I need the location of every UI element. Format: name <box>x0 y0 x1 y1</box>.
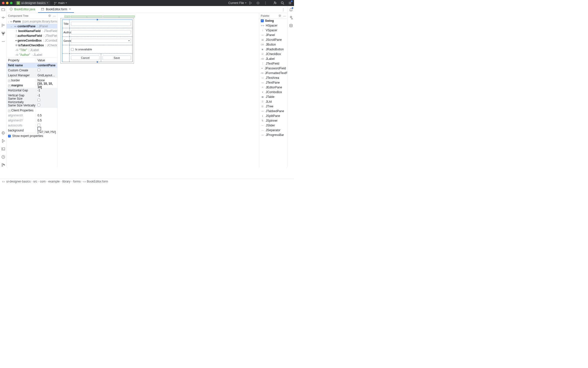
property-row[interactable]: +Client Properties <box>6 108 57 113</box>
breadcrumb-segment[interactable]: ▭BookEditor.form <box>83 180 108 183</box>
palette-item-jtree[interactable]: ⊟JTree <box>259 104 288 109</box>
checkbox-icon[interactable] <box>261 19 264 22</box>
palette-item-jsplitpane[interactable]: ⫿JSplitPane <box>259 113 288 118</box>
tree-node-contentpane[interactable]: ⌄ ▭ contentPane : JPanel <box>6 24 57 29</box>
tree-node[interactable]: ⌶ bookNameField : JTextField <box>6 29 57 33</box>
terminal-tool-icon[interactable] <box>1 147 5 151</box>
twistie-icon[interactable]: ⌄ <box>8 20 10 23</box>
zoom-window[interactable] <box>10 2 12 4</box>
ai-assistant-icon[interactable] <box>289 16 293 20</box>
minimize-icon[interactable]: — <box>53 14 56 17</box>
palette-item-jtable[interactable]: ▦JTable <box>259 94 288 99</box>
breadcrumb-segment[interactable]: example <box>48 180 60 183</box>
tree-root-form[interactable]: ⌄ ▭ Form (com.example.library.forms.Book… <box>6 19 57 24</box>
tab-bookeditor-java[interactable]: C BookEditor.java <box>6 6 38 13</box>
property-row[interactable]: alignmentY0.5 <box>6 118 57 123</box>
twistie-icon[interactable]: ⌄ <box>10 25 13 28</box>
property-row[interactable]: Horizontal Gap-1 <box>6 88 57 93</box>
problems-tool-icon[interactable] <box>1 155 5 159</box>
palette-item-jformattedtextfield[interactable]: AbJFormattedTextField <box>259 71 288 75</box>
minimize-window[interactable] <box>6 2 8 4</box>
palette-item-jcombobox[interactable]: ▾JComboBox <box>259 90 288 94</box>
empty-cell[interactable] <box>62 54 70 62</box>
field-author[interactable] <box>70 28 132 37</box>
palette-item-jprogressbar[interactable]: ▭JProgressBar <box>259 132 288 137</box>
checkbox-unavailable[interactable]: Is unavailable <box>70 45 132 54</box>
palette-item-jcheckbox[interactable]: ☑JCheckBox <box>259 52 288 56</box>
vcs-tool-icon[interactable] <box>1 163 5 167</box>
palette-category-swing[interactable]: Swing <box>259 19 288 23</box>
tab-bookeditor-form[interactable]: BookEditor.form ✕ <box>38 6 74 13</box>
form-designer-canvas[interactable]: ↔ ↔ ↔ Tit <box>58 13 259 167</box>
search-icon[interactable] <box>280 1 284 5</box>
empty-cell[interactable] <box>62 45 70 54</box>
code-with-me-icon[interactable] <box>273 1 277 5</box>
tree-node[interactable]: ▾ genreComboBox : JComboBox <box>6 38 57 43</box>
palette-item-jradiobutton[interactable]: ◉JRadioButton <box>259 47 288 52</box>
close-window[interactable] <box>2 2 4 4</box>
breadcrumb-segment[interactable]: src <box>33 180 37 183</box>
branch-selector[interactable]: main <box>52 1 68 5</box>
tree-node[interactable]: ⌶ authorNameField : JTextField <box>6 33 57 38</box>
close-tab-icon[interactable]: ✕ <box>69 8 71 11</box>
component-tree[interactable]: ⌄ ▭ Form (com.example.library.forms.Book… <box>6 19 57 58</box>
palette-item-hspacer[interactable]: ⟷HSpacer <box>259 23 288 28</box>
property-row[interactable]: Custom Create <box>6 68 57 73</box>
palette-item-jspinner[interactable]: ⇅JSpinner <box>259 118 288 123</box>
database-icon[interactable] <box>289 24 293 28</box>
run-tool-icon[interactable] <box>1 139 5 143</box>
settings-icon[interactable] <box>288 1 292 5</box>
project-selector[interactable]: U ui-designer-basics <box>14 1 50 5</box>
breadcrumb-segment[interactable]: com <box>40 180 46 183</box>
palette-item-jbutton[interactable]: OKJButton <box>259 42 288 47</box>
property-row[interactable]: +margins[10, 10, 10, 10] <box>6 83 57 88</box>
palette-item-jtextarea[interactable]: ▭JTextArea <box>259 75 288 80</box>
more-tool-icon[interactable] <box>1 40 5 44</box>
palette-item-jtabbedpane[interactable]: ▭JTabbedPane <box>259 109 288 113</box>
label-author[interactable]: Author <box>62 28 70 37</box>
label-genre[interactable]: Genre <box>62 37 70 45</box>
property-row[interactable]: field namecontentPane <box>6 63 57 68</box>
breadcrumb-segment[interactable]: forms <box>73 180 81 183</box>
tree-node[interactable]: Ab "Author" : JLabel <box>6 52 57 57</box>
palette-item-jslider[interactable]: —JSlider <box>259 123 288 128</box>
tree-node[interactable]: Ab "Title" : JLabel <box>6 48 57 52</box>
palette-item-jpanel[interactable]: ▭JPanel <box>259 33 288 37</box>
palette-item-jseparator[interactable]: —JSeparator <box>259 128 288 132</box>
column-ruler[interactable]: ↔ ↔ ↔ <box>64 16 256 18</box>
gear-icon[interactable]: ⚙ <box>48 14 51 18</box>
button-save[interactable]: Save <box>101 54 132 62</box>
field-title[interactable] <box>70 20 132 28</box>
palette-item-jlabel[interactable]: AbJLabel <box>259 56 288 61</box>
more-icon[interactable] <box>264 1 268 5</box>
services-tool-icon[interactable] <box>1 131 5 135</box>
designer-surface[interactable]: Title Author Genre Is unavailable <box>60 18 134 64</box>
palette-item-vspacer[interactable]: ↕VSpacer <box>259 28 288 33</box>
property-row[interactable]: alignmentX0.5 <box>6 113 57 118</box>
property-row[interactable]: Same Size Horizontally <box>6 98 57 103</box>
show-expert-toggle[interactable]: Show expert properties <box>6 133 57 139</box>
palette-item-jtextfield[interactable]: ⌶JTextField <box>259 61 288 66</box>
button-cancel[interactable]: Cancel <box>70 54 101 62</box>
palette-item-jscrollpane[interactable]: ▤JScrollPane <box>259 37 288 42</box>
combo-genre[interactable] <box>70 37 132 45</box>
property-row[interactable]: background[247,248,250] <box>6 128 57 133</box>
breadcrumb-segment[interactable]: library <box>62 180 70 183</box>
project-tool-icon[interactable] <box>1 8 5 12</box>
palette-item-jtextpane[interactable]: ▭JTextPane <box>259 80 288 85</box>
gear-icon[interactable]: ⚙ <box>278 14 281 18</box>
structure-tool-icon[interactable] <box>1 32 5 36</box>
checkbox-icon[interactable] <box>71 48 74 51</box>
palette-item-jpasswordfield[interactable]: ••JPasswordField <box>259 66 288 71</box>
breadcrumb-segment[interactable]: ui-designer-basics <box>6 180 30 183</box>
minimize-icon[interactable]: — <box>283 14 286 17</box>
tabs-more-icon[interactable]: ⋮ <box>279 6 288 13</box>
checkbox-icon[interactable] <box>8 135 11 137</box>
notifications-icon[interactable] <box>289 8 293 12</box>
run-config-selector[interactable]: Current File <box>228 1 246 5</box>
debug-icon[interactable] <box>256 1 260 5</box>
palette-item-jlist[interactable]: ☰JList <box>259 99 288 104</box>
label-title[interactable]: Title <box>62 20 70 28</box>
property-row[interactable]: Same Size Vertically <box>6 103 57 108</box>
tree-node[interactable]: ☑ isTakenCheckBox : JCheckBox <box>6 43 57 48</box>
